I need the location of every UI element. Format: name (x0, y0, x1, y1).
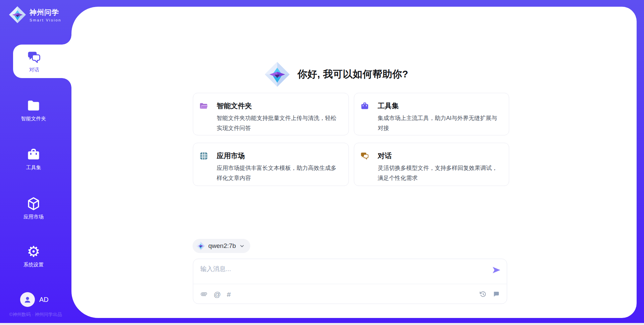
chat-icon (27, 50, 42, 65)
model-name: qwen2:7b (208, 242, 236, 250)
grid-icon (199, 151, 208, 160)
feature-card-toolset[interactable]: 工具集 集成市场上主流工具，助力AI与外界无缝扩展与对接 (354, 93, 509, 135)
briefcase-icon (360, 102, 369, 111)
avatar (20, 292, 35, 307)
person-icon (23, 295, 32, 304)
sidebar-item-label: 对话 (29, 67, 39, 73)
send-icon[interactable] (492, 265, 501, 275)
composer: @ # (193, 259, 507, 304)
sidebar-item-toolset[interactable]: 工具集 (0, 147, 67, 171)
model-selector[interactable]: qwen2:7b (193, 239, 250, 253)
mention-icon[interactable]: @ (214, 291, 221, 298)
card-title: 工具集 (378, 101, 399, 111)
app-window: 神州问学 Smart Vision 对话 智能文件夹 (0, 0, 644, 325)
sidebar-item-label: 智能文件夹 (21, 116, 46, 122)
main-panel: 你好, 我可以如何帮助你? 智能文件夹 智能文件夹功能支持批量文件上传与清洗，轻… (71, 7, 637, 318)
sidebar-item-app-market[interactable]: 应用市场 (0, 196, 67, 220)
card-description: 智能文件夹功能支持批量文件上传与清洗，轻松实现文件问答 (217, 113, 339, 133)
greeting-title: 你好, 我可以如何帮助你? (298, 68, 408, 81)
chat-bubble-icon[interactable] (492, 290, 500, 298)
chevron-down-icon (239, 243, 245, 249)
feature-card-app-market[interactable]: 应用市场 应用市场提供丰富长文本模板，助力高效生成多样化文章内容 (193, 143, 349, 186)
card-title: 智能文件夹 (217, 101, 252, 111)
active-tab-fillet-top (62, 35, 71, 45)
folder-open-icon (199, 102, 208, 111)
model-diamond-icon (196, 242, 205, 250)
sidebar-item-smart-folder[interactable]: 智能文件夹 (0, 98, 67, 122)
assistant-diamond-icon (264, 60, 290, 88)
sidebar-item-chat[interactable]: 对话 (13, 45, 71, 78)
card-title: 应用市场 (217, 151, 245, 160)
brand-diamond-icon (9, 6, 26, 23)
greeting-row: 你好, 我可以如何帮助你? (264, 60, 408, 88)
paperclip-icon[interactable] (200, 290, 208, 298)
window-bottom-edge (0, 323, 644, 325)
card-description: 集成市场上主流工具，助力AI与外界无缝扩展与对接 (378, 113, 499, 133)
user-initials: AD (39, 296, 49, 304)
briefcase-icon (26, 147, 41, 162)
user-profile[interactable]: AD (20, 292, 49, 307)
chat-icon (360, 151, 369, 160)
gear-icon: ⚙ (27, 244, 40, 259)
sidebar: 神州问学 Smart Vision 对话 智能文件夹 (0, 0, 71, 325)
sidebar-item-label: 工具集 (26, 165, 41, 171)
sidebar-item-label: 系统设置 (23, 262, 44, 268)
sidebar-item-label: 应用市场 (23, 214, 44, 220)
feature-card-smart-folder[interactable]: 智能文件夹 智能文件夹功能支持批量文件上传与清洗，轻松实现文件问答 (193, 93, 349, 135)
sidebar-item-settings[interactable]: ⚙ 系统设置 (0, 244, 67, 268)
composer-divider (193, 284, 507, 284)
brand-logo: 神州问学 Smart Vision (9, 6, 61, 23)
brand-name: 神州问学 (30, 8, 61, 17)
message-input[interactable] (200, 263, 485, 275)
brand-text: 神州问学 Smart Vision (30, 8, 61, 22)
card-description: 灵活切换多模型文件，支持多样回复效果调试，满足个性化需求 (378, 163, 499, 183)
history-clock-icon[interactable] (479, 290, 487, 298)
card-description: 应用市场提供丰富长文本模板，助力高效生成多样化文章内容 (217, 163, 339, 183)
cube-icon (26, 196, 41, 211)
feature-card-chat[interactable]: 对话 灵活切换多模型文件，支持多样回复效果调试，满足个性化需求 (354, 143, 509, 186)
hash-icon[interactable]: # (227, 291, 231, 298)
active-tab-fillet-bottom (62, 78, 71, 87)
folder-icon (26, 98, 41, 113)
sidebar-footer: ©神州数码 · 神州问学出品 (2, 312, 69, 318)
card-title: 对话 (378, 151, 392, 160)
composer-toolbar: @ # (200, 286, 500, 302)
brand-subtitle: Smart Vision (30, 18, 61, 22)
